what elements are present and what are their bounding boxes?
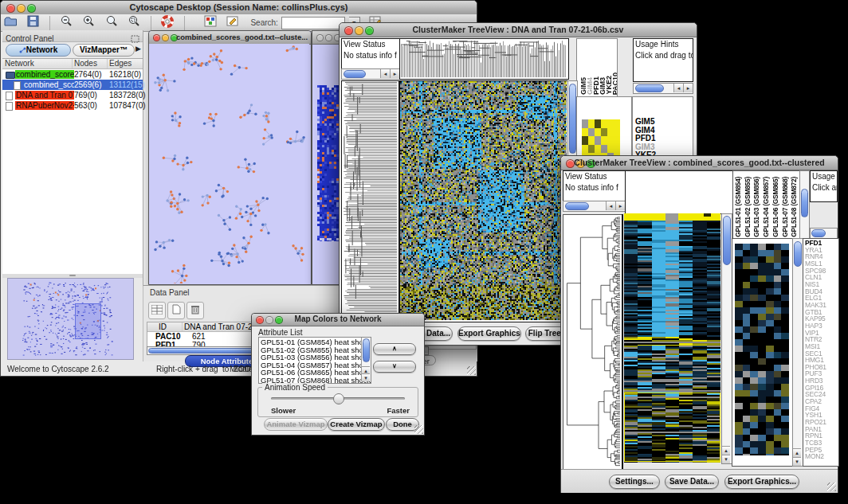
matrix-cell[interactable] xyxy=(607,119,614,128)
col-edges[interactable]: Edges xyxy=(109,59,132,68)
matrix-cell[interactable] xyxy=(595,136,601,145)
scroll-right-arrow[interactable]: ▸ xyxy=(615,201,625,210)
network-graph-canvas[interactable] xyxy=(149,44,309,283)
scroll-left-arrow[interactable]: ◂ xyxy=(673,84,683,92)
column-label[interactable]: GPL51-01 (GSM854) xyxy=(734,177,742,237)
matrix-cell[interactable] xyxy=(588,145,595,154)
search-input[interactable] xyxy=(281,17,345,29)
col-network[interactable]: Network xyxy=(5,59,34,68)
column-label[interactable]: GPL51-06 (GSM865) xyxy=(771,177,779,237)
treeview2-titlebar[interactable]: ClusterMaker TreeView : combined_scores_… xyxy=(561,156,838,170)
matrix-cell[interactable] xyxy=(595,145,601,154)
slider-thumb[interactable] xyxy=(333,393,344,404)
trash-icon[interactable] xyxy=(186,302,204,319)
column-label[interactable]: GPL51-08 (GSM872) xyxy=(790,177,798,237)
tv1-button-export-graphics---[interactable]: Export Graphics... xyxy=(457,326,521,341)
zoom-selected-icon[interactable] xyxy=(126,15,143,31)
network-overview[interactable] xyxy=(7,278,134,360)
tab-network[interactable]: Network xyxy=(6,44,71,57)
scroll-down-arrow[interactable]: ▾ xyxy=(793,457,801,466)
minimize-button[interactable] xyxy=(325,34,332,41)
scroll-right-arrow[interactable]: ▸ xyxy=(683,84,693,92)
matrix-cell[interactable] xyxy=(588,119,595,128)
zoom-in-icon[interactable] xyxy=(80,15,98,31)
treeview1-titlebar[interactable]: ClusterMaker TreeView : DNA and Tran 07-… xyxy=(340,23,697,37)
network-row[interactable]: combined_sco2569(6)13112(15) xyxy=(2,80,143,90)
help-lifebuoy-icon[interactable] xyxy=(159,15,177,31)
tab-overflow-arrow[interactable]: ▶ xyxy=(135,45,141,53)
animation-speed-slider[interactable] xyxy=(271,397,405,400)
tv1-usage-scrollbar[interactable]: ◂ ▸ xyxy=(633,83,693,94)
network-row[interactable]: combined_scores_2764(0)16218(0) xyxy=(2,69,143,80)
new-attribute-icon[interactable] xyxy=(167,302,185,319)
zoom-out-icon[interactable] xyxy=(57,15,75,31)
tv2-button-settings---[interactable]: Settings... xyxy=(609,475,660,489)
overview-viewport[interactable] xyxy=(75,303,101,339)
tv2-collabel-vscrollbar[interactable] xyxy=(799,170,810,240)
matrix-cell[interactable] xyxy=(601,128,607,137)
table-view-icon[interactable] xyxy=(148,302,166,319)
tv1-heatmap[interactable] xyxy=(399,80,569,322)
column-label[interactable]: GPL51-04 (GSM857) xyxy=(762,177,770,237)
annotation-icon[interactable] xyxy=(224,15,241,31)
main-titlebar[interactable]: Cytoscape Desktop (Session Name: collins… xyxy=(1,1,477,15)
column-label[interactable]: GPL51-02 (GSM855) xyxy=(744,177,752,237)
dialog-titlebar[interactable]: Map Colors to Network xyxy=(252,314,424,326)
resize-grip[interactable] xyxy=(827,483,836,491)
matrix-cell[interactable] xyxy=(588,136,595,145)
matrix-cell[interactable] xyxy=(614,136,620,145)
tv2-button-export-graphics---[interactable]: Export Graphics... xyxy=(724,475,799,489)
matrix-cell[interactable] xyxy=(614,119,620,128)
scroll-down-arrow[interactable]: ▾ xyxy=(362,373,370,381)
dialog-button-create-vizmap[interactable]: Create Vizmap xyxy=(328,418,385,431)
network-row[interactable]: DNA and Tran 07769(0)183728(0) xyxy=(2,90,143,100)
heatmap-selection-box[interactable] xyxy=(624,393,720,462)
scroll-down-arrow[interactable]: ▾ xyxy=(722,455,730,463)
matrix-cell[interactable] xyxy=(588,128,595,137)
column-label[interactable]: GPL51-03 (GSM856) xyxy=(752,177,760,237)
tv2-usage-scrollbar[interactable] xyxy=(810,228,838,239)
resize-grip[interactable] xyxy=(414,425,423,434)
tv2-column-dendrogram[interactable] xyxy=(625,170,733,214)
matrix-cell[interactable] xyxy=(607,136,614,145)
matrix-cell[interactable] xyxy=(614,128,620,137)
tv1-column-dendrogram[interactable] xyxy=(399,38,569,80)
matrix-cell[interactable] xyxy=(595,128,601,137)
tv2-row-dendrogram[interactable] xyxy=(563,214,623,471)
id-column-header[interactable]: ID xyxy=(159,322,167,331)
tv2-status-scrollbar[interactable]: ◂ ▸ xyxy=(563,201,626,212)
matrix-cell[interactable] xyxy=(607,128,614,137)
gene-label[interactable]: MON2 xyxy=(805,453,826,460)
column-label[interactable]: GPL51-07 (GSM868) xyxy=(781,177,789,237)
network-view-titlebar[interactable]: combined_scores_good.txt--cluste... xyxy=(149,31,311,45)
scroll-left-arrow[interactable]: ◂ xyxy=(606,201,615,210)
tv2-zoom-view[interactable] xyxy=(732,238,794,467)
col-nodes[interactable]: Nodes xyxy=(74,59,97,68)
dialog-button-animate-vizmap[interactable]: Animate Vizmap xyxy=(264,418,328,431)
tv1-status-scrollbar[interactable]: ◂ ▸ xyxy=(341,68,400,80)
matrix-cell[interactable] xyxy=(607,145,614,154)
scroll-up-arrow[interactable]: ▴ xyxy=(722,446,730,455)
matrix-cell[interactable] xyxy=(582,136,588,145)
matrix-cell[interactable] xyxy=(601,119,607,128)
open-file-button[interactable] xyxy=(2,15,19,31)
tv2-gene-list[interactable]: PFD1YRA1RNR4MSL1SPC98CLN1NIS1BUD4ELG1MAK… xyxy=(803,238,839,467)
attribute-list[interactable]: GPL51-01 (GSM854) heat shock 05 minGPL51… xyxy=(258,337,371,384)
move-down-button[interactable]: ∨ xyxy=(373,361,416,373)
matrix-cell[interactable] xyxy=(601,136,607,145)
tv2-button-save-data---[interactable]: Save Data... xyxy=(665,475,719,489)
scroll-left-arrow[interactable]: ◂ xyxy=(380,69,390,78)
matrix-cell[interactable] xyxy=(601,145,607,154)
matrix-cell[interactable] xyxy=(582,128,588,137)
attribute-list-vscrollbar[interactable]: ▴ ▾ xyxy=(361,338,371,381)
resize-grip[interactable] xyxy=(467,366,476,375)
matrix-cell[interactable] xyxy=(595,119,601,128)
column-label[interactable]: PAC10 xyxy=(611,72,618,95)
tab-vizmapper[interactable]: VizMapper™ xyxy=(73,44,135,57)
save-button[interactable] xyxy=(24,15,41,31)
matrix-cell[interactable] xyxy=(582,145,588,154)
tv1-row-dendrogram[interactable] xyxy=(341,80,399,322)
tv2-zoom-vscrollbar[interactable]: ▴ ▾ xyxy=(792,238,803,467)
tv2-heatmap[interactable] xyxy=(624,213,720,463)
zoom-fit-icon[interactable] xyxy=(103,15,120,31)
